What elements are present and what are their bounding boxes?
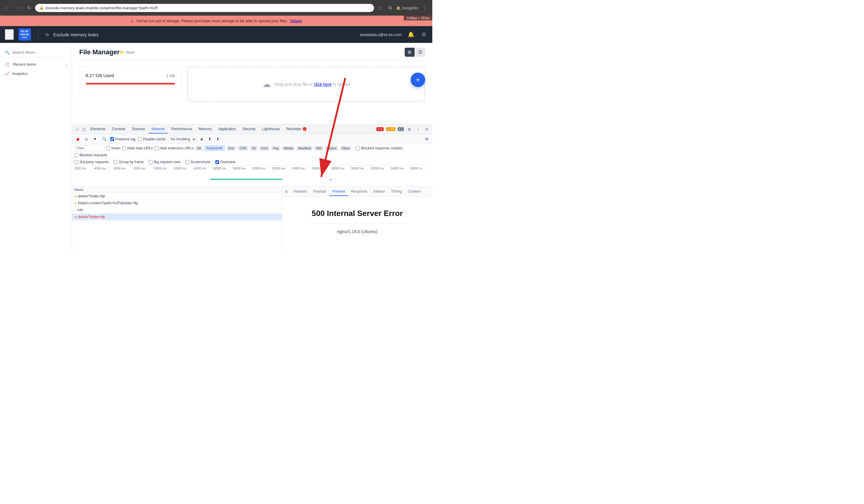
devtools-settings-btn[interactable]: ⚙	[406, 126, 412, 132]
preview-tab-preview[interactable]: Preview	[329, 187, 348, 196]
hide-ext-urls-label[interactable]: Hide extension URLs	[155, 146, 194, 150]
third-party-checkbox[interactable]	[74, 160, 79, 164]
search-input[interactable]	[12, 50, 67, 54]
tab-lighthouse[interactable]: Lighthouse	[259, 125, 283, 134]
tab-network[interactable]: Network	[148, 125, 168, 134]
banner-details-link[interactable]: Details	[290, 19, 302, 23]
tab-sources[interactable]: Sources	[129, 125, 148, 134]
preview-tab-payload[interactable]: Payload	[310, 187, 329, 196]
upload-zone[interactable]: ☁ Drag and drop file or click here to up…	[187, 66, 425, 102]
table-row[interactable]: ◈ delete?folder=ftp	[72, 193, 282, 200]
devtools-more-btn[interactable]: ⋮	[415, 126, 421, 132]
forward-button[interactable]: →	[14, 4, 23, 12]
bell-icon[interactable]: 🔔	[407, 30, 416, 39]
record-button[interactable]: ⏺	[74, 136, 81, 142]
preview-tab-timing[interactable]: Timing	[388, 187, 405, 196]
table-row-selected[interactable]: ✕ delete?folder=ftp	[72, 213, 282, 221]
filter-input[interactable]	[74, 145, 105, 151]
table-row[interactable]: □ info	[72, 207, 282, 213]
chip-fetch-xhr[interactable]: Fetch/XHR	[204, 146, 225, 151]
overview-text: Overview	[220, 160, 235, 164]
overview-checkbox[interactable]	[215, 160, 219, 164]
table-row[interactable]: ◈ folders-content?path=%2F&folder=ftp	[72, 200, 282, 207]
preserve-log-label[interactable]: Preserve log	[110, 137, 135, 141]
stop-button[interactable]: ⊘	[83, 136, 89, 142]
sidebar-search-area: 🔍	[0, 48, 72, 57]
throttle-select[interactable]: No throttling	[168, 136, 197, 143]
tab-elements[interactable]: Elements	[87, 125, 108, 134]
blocked-res-checkbox[interactable]	[356, 146, 360, 150]
window-toggle-button[interactable]: ⧉	[387, 4, 394, 12]
grid-view-button[interactable]: ⊞	[405, 48, 415, 57]
browser-chrome: ← → ↻ 🔒 exclude-memory-leaks.trialsite.c…	[0, 0, 432, 16]
sidebar-item-recent[interactable]: 🕐 Recent Items ›	[0, 60, 72, 69]
fab-add-button[interactable]: +	[411, 73, 425, 87]
download-har-button[interactable]: ⬇	[215, 136, 221, 142]
preview-tab-headers[interactable]: Headers	[291, 187, 310, 196]
filter-button[interactable]: ▼	[92, 136, 98, 142]
chip-css[interactable]: CSS	[238, 146, 248, 151]
blocked-requests-checkbox[interactable]	[74, 153, 79, 157]
chip-font[interactable]: Font	[260, 146, 269, 151]
screenshots-label[interactable]: Screenshots	[185, 160, 211, 164]
wifi-icon[interactable]: ◈	[199, 136, 204, 142]
chip-media[interactable]: Media	[282, 146, 295, 151]
invert-checkbox[interactable]	[106, 146, 110, 150]
big-rows-checkbox[interactable]	[148, 160, 153, 164]
breadcrumb: 📁 Root	[119, 50, 134, 54]
chip-manifest[interactable]: Manifest	[297, 146, 313, 151]
logo-line1: BLUE	[21, 30, 29, 33]
disable-cache-checkbox[interactable]	[138, 137, 142, 141]
blocked-res-text: Blocked response cookies	[361, 146, 403, 150]
third-party-label[interactable]: 3rd-party requests	[74, 160, 109, 164]
fetch-icon-3: □	[74, 209, 76, 212]
tab-memory[interactable]: Memory	[196, 125, 215, 134]
chip-ws[interactable]: WS	[314, 146, 323, 151]
upload-har-button[interactable]: ⬆	[207, 136, 213, 142]
tab-performance[interactable]: Performance	[168, 125, 195, 134]
hide-data-urls-checkbox[interactable]	[122, 146, 126, 150]
preview-tab-cookies[interactable]: Cookies	[405, 187, 423, 196]
chip-doc[interactable]: Doc	[227, 146, 236, 151]
devtools-cursor-btn[interactable]: ⬡	[74, 126, 80, 132]
screenshots-checkbox[interactable]	[185, 160, 189, 164]
group-by-frame-checkbox[interactable]	[113, 160, 117, 164]
search-button[interactable]: 🔍	[100, 136, 108, 142]
group-by-frame-label[interactable]: Group by frame	[113, 160, 144, 164]
hide-ext-urls-checkbox[interactable]	[155, 146, 158, 150]
address-bar[interactable]: 🔒 exclude-memory-leaks.trialsite.co/admi…	[35, 4, 374, 12]
disable-cache-label[interactable]: Disable cache	[138, 137, 165, 141]
back-button[interactable]: ←	[4, 4, 12, 12]
hide-data-urls-label[interactable]: Hide data URLs	[122, 146, 153, 150]
devtools-close-btn[interactable]: ✕	[424, 126, 430, 132]
chip-js[interactable]: JS	[250, 146, 257, 151]
blocked-res-label[interactable]: Blocked response cookies	[356, 146, 403, 150]
bookmark-button[interactable]: ☆	[376, 4, 384, 12]
settings-icon[interactable]: ⚙	[420, 30, 428, 39]
tab-console[interactable]: Console	[109, 125, 128, 134]
preview-tab-response[interactable]: Response	[348, 187, 370, 196]
refresh-button[interactable]: ↻	[25, 4, 33, 12]
tab-application[interactable]: Application	[215, 125, 239, 134]
tab-security[interactable]: Security	[240, 125, 259, 134]
hamburger-menu[interactable]: ☰	[5, 29, 14, 40]
browser-menu-button[interactable]: ⋮	[420, 4, 429, 12]
devtools-inspect-btn[interactable]: ◫	[81, 126, 87, 132]
page-header: File Manager 📁 Root ⊞ ☰	[72, 43, 432, 61]
preview-tab-initiator[interactable]: Initiator	[370, 187, 388, 196]
preview-close-button[interactable]: ✕	[285, 189, 288, 194]
big-rows-label[interactable]: Big request rows	[148, 160, 180, 164]
sidebar-item-analytics[interactable]: 📈 Analytics	[0, 69, 72, 78]
invert-label[interactable]: Invert	[106, 146, 120, 150]
chip-wasm[interactable]: Wasm	[325, 146, 338, 151]
network-settings-btn[interactable]: ⚙	[424, 136, 430, 142]
preserve-log-checkbox[interactable]	[110, 137, 114, 141]
chip-img[interactable]: Img	[272, 146, 280, 151]
blocked-requests-label[interactable]: Blocked requests	[74, 153, 107, 157]
overview-label[interactable]: Overview	[215, 160, 235, 164]
list-view-button[interactable]: ☰	[415, 48, 425, 57]
chip-other[interactable]: Other	[340, 146, 352, 151]
tab-recorder[interactable]: Recorder 🔴	[284, 125, 310, 134]
upload-click-link[interactable]: click here	[314, 82, 332, 87]
chip-all[interactable]: All	[195, 146, 202, 151]
